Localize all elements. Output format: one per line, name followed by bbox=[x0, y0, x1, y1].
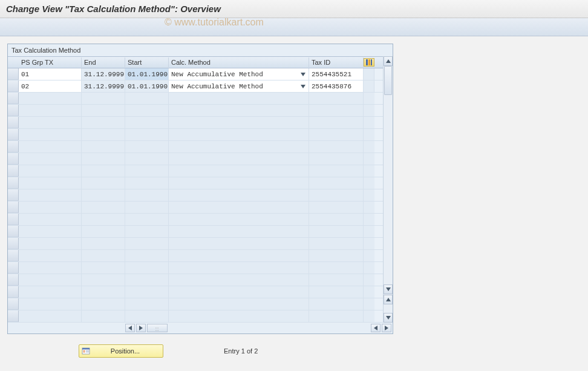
cell-end: 31.12.9999 bbox=[82, 68, 125, 80]
table-row-empty bbox=[8, 177, 383, 189]
column-header-end[interactable]: End bbox=[82, 57, 125, 67]
empty-cell bbox=[309, 129, 364, 140]
cell-ps[interactable]: 01 bbox=[19, 68, 82, 80]
hscroll-right-button-2[interactable] bbox=[382, 324, 391, 332]
empty-cell bbox=[19, 129, 82, 140]
svg-rect-4 bbox=[82, 348, 90, 350]
empty-cell bbox=[125, 262, 169, 274]
empty-cell bbox=[169, 262, 309, 274]
row-selector[interactable] bbox=[8, 68, 19, 80]
row-selector[interactable] bbox=[8, 80, 19, 92]
row-trailer bbox=[364, 202, 374, 213]
column-header-start[interactable]: Start bbox=[125, 57, 169, 67]
empty-cell bbox=[82, 117, 125, 128]
empty-cell bbox=[82, 262, 125, 274]
row-selector[interactable] bbox=[8, 298, 19, 310]
empty-cell bbox=[82, 310, 125, 322]
chevron-down-icon[interactable] bbox=[299, 82, 307, 91]
empty-cell bbox=[82, 274, 125, 286]
empty-cell bbox=[169, 177, 309, 189]
hscroll-left-button-2[interactable] bbox=[371, 324, 381, 332]
cell-ps[interactable]: 02 bbox=[19, 80, 82, 92]
row-trailer bbox=[364, 274, 374, 286]
row-selector[interactable] bbox=[8, 129, 19, 140]
row-trailer bbox=[364, 129, 374, 140]
empty-cell bbox=[169, 214, 309, 225]
column-header-row: PS Grp TX End Start Calc. Method Tax ID bbox=[8, 56, 383, 68]
row-selector[interactable] bbox=[8, 93, 19, 104]
chevron-down-icon[interactable] bbox=[299, 70, 307, 79]
scroll-track[interactable] bbox=[384, 66, 393, 284]
row-selector[interactable] bbox=[8, 117, 19, 128]
row-selector[interactable] bbox=[8, 214, 19, 225]
row-trailer bbox=[364, 93, 374, 104]
empty-cell bbox=[19, 226, 82, 237]
position-button[interactable]: Position... bbox=[79, 344, 163, 358]
empty-cell bbox=[309, 310, 364, 322]
row-selector[interactable] bbox=[8, 262, 19, 274]
empty-cell bbox=[169, 93, 309, 104]
column-header-tax[interactable]: Tax ID bbox=[309, 57, 364, 67]
empty-cell bbox=[19, 177, 82, 189]
empty-cell bbox=[169, 274, 309, 286]
svg-rect-8 bbox=[86, 352, 89, 352]
table-row-empty bbox=[8, 310, 383, 323]
empty-cell bbox=[19, 189, 82, 201]
cell-tax-id[interactable]: 2554435521 bbox=[309, 68, 364, 80]
row-selector[interactable] bbox=[8, 226, 19, 237]
row-selector[interactable] bbox=[8, 141, 19, 153]
svg-rect-1 bbox=[368, 59, 370, 65]
empty-cell bbox=[19, 250, 82, 261]
vertical-scrollbar[interactable] bbox=[383, 56, 393, 323]
table-row-empty bbox=[8, 165, 383, 177]
empty-cell bbox=[309, 165, 364, 177]
row-selector[interactable] bbox=[8, 189, 19, 201]
cell-calc-method[interactable]: New Accumulative Method bbox=[169, 80, 309, 92]
cell-calc-method[interactable]: New Accumulative Method bbox=[169, 68, 309, 80]
row-selector[interactable] bbox=[8, 250, 19, 261]
row-trailer bbox=[364, 153, 374, 165]
scroll-thumb[interactable] bbox=[384, 66, 392, 95]
empty-cell bbox=[169, 250, 309, 261]
empty-cell bbox=[169, 286, 309, 298]
empty-cell bbox=[309, 286, 364, 298]
row-selector[interactable] bbox=[8, 238, 19, 249]
scroll-up-button[interactable] bbox=[384, 56, 393, 66]
column-header-ps[interactable]: PS Grp TX bbox=[19, 57, 82, 67]
row-selector[interactable] bbox=[8, 202, 19, 213]
empty-cell bbox=[169, 238, 309, 249]
empty-cell bbox=[125, 250, 169, 261]
scroll-down-secondary[interactable] bbox=[384, 313, 393, 323]
table-row-empty bbox=[8, 153, 383, 165]
row-selector[interactable] bbox=[8, 310, 19, 322]
hscroll-thumb-left[interactable] bbox=[147, 324, 168, 332]
scroll-up-secondary[interactable] bbox=[384, 295, 393, 304]
hscroll-right-button[interactable] bbox=[136, 324, 146, 332]
panel-title: Tax Calculation Method bbox=[8, 44, 393, 56]
column-header-calc[interactable]: Calc. Method bbox=[169, 57, 309, 67]
row-selector[interactable] bbox=[8, 177, 19, 189]
empty-cell bbox=[309, 117, 364, 128]
table-row-empty bbox=[8, 262, 383, 274]
empty-cell bbox=[19, 93, 82, 104]
empty-cell bbox=[309, 141, 364, 153]
row-selector[interactable] bbox=[8, 286, 19, 298]
empty-cell bbox=[125, 238, 169, 249]
row-selector[interactable] bbox=[8, 165, 19, 177]
empty-cell bbox=[169, 310, 309, 322]
table-settings-icon[interactable] bbox=[364, 58, 374, 67]
row-selector[interactable] bbox=[8, 105, 19, 116]
cell-tax-id[interactable]: 2554435876 bbox=[309, 80, 364, 92]
row-selector[interactable] bbox=[8, 153, 19, 165]
table-row-empty bbox=[8, 117, 383, 129]
empty-cell bbox=[125, 214, 169, 225]
empty-cell bbox=[309, 202, 364, 213]
position-label: Position... bbox=[94, 347, 157, 355]
table-row-empty bbox=[8, 274, 383, 286]
row-trailer bbox=[364, 262, 374, 274]
scroll-down-button[interactable] bbox=[384, 284, 393, 294]
row-selector[interactable] bbox=[8, 274, 19, 286]
row-trailer bbox=[364, 310, 374, 322]
empty-cell bbox=[19, 274, 82, 286]
hscroll-left-button[interactable] bbox=[125, 324, 135, 332]
